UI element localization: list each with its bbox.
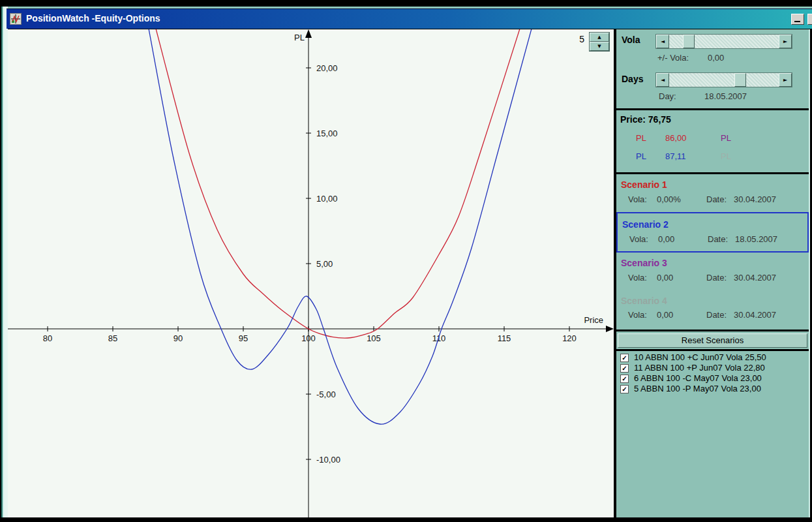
scenario-vola-label: Vola: [628, 194, 647, 204]
scenario-vola-value: 0,00 [657, 273, 673, 283]
divider [616, 108, 809, 110]
x-tick-label: 105 [367, 333, 381, 343]
pl-chart[interactable]: PLPrice8085909510010511011512020,0015,00… [8, 29, 614, 517]
vola-slider-left-arrow-icon[interactable]: ◄ [656, 35, 669, 48]
spinner-up-icon[interactable]: ▲ [590, 33, 609, 42]
pl-row2-right-label: PL [721, 151, 731, 161]
minimize-icon [794, 21, 800, 22]
chart-panel: PLPrice8085909510010511011512020,0015,00… [8, 29, 614, 517]
titlebar[interactable]: PositionWatch -Equity-Options [7, 8, 812, 29]
pl-row2-value: 87,11 [665, 151, 686, 161]
divider [616, 330, 809, 331]
scenario-card-4[interactable]: Scenario 4Vola:0,00Date:30.04.2007 [616, 294, 809, 328]
day-value: 18.05.2007 [704, 91, 747, 101]
position-row: ✓5 ABBN 100 -P May07 Vola 23,00 [616, 384, 809, 394]
vola-slider[interactable]: ◄ ► [655, 34, 792, 49]
vola-slider-right-arrow-icon[interactable]: ► [779, 35, 792, 48]
days-slider-right-arrow-icon[interactable]: ► [779, 73, 792, 87]
spinner-down-icon[interactable]: ▼ [590, 42, 609, 51]
vola-section-label: Vola [622, 35, 640, 45]
x-axis-title: Price [584, 315, 603, 325]
position-row: ✓6 ABBN 100 -C May07 Vola 23,00 [616, 373, 809, 384]
position-label: 11 ABBN 100 +P Jun07 Vola 22,80 [634, 363, 765, 373]
y-tick-label: -5,00 [316, 390, 336, 399]
sidebar: Vola ◄ ► +/- Vola: 0,00 Days ◄ ► Day: 18… [616, 29, 809, 517]
scenario-title: Scenario 2 [622, 219, 669, 230]
y-axis-arrow-icon [305, 29, 312, 38]
scenario-title: Scenario 4 [621, 296, 667, 306]
window-border-right [809, 29, 810, 517]
x-tick-label: 90 [173, 333, 183, 343]
price-readout-label: Price: [620, 114, 646, 125]
y-tick-label: 20,00 [316, 63, 338, 73]
vola-value: 0,00 [708, 53, 724, 63]
chart-scale-value: 5 [571, 34, 584, 44]
scenario-date-label: Date: [708, 234, 728, 244]
position-checkbox[interactable]: ✓ [620, 375, 629, 383]
x-tick-label: 120 [562, 333, 577, 343]
x-tick-label: 85 [108, 333, 117, 343]
scenario-date-value: 30.04.2007 [734, 194, 776, 204]
position-label: 6 ABBN 100 -C May07 Vola 23,00 [634, 373, 762, 383]
scenario-title: Scenario 3 [621, 258, 667, 268]
scenario-date-label: Date: [706, 310, 727, 320]
position-row: ✓10 ABBN 100 +C Jun07 Vola 25,50 [616, 352, 809, 363]
position-checkbox[interactable]: ✓ [620, 385, 629, 393]
day-caption: Day: [659, 91, 676, 101]
scenario-vola-value: 0,00% [657, 194, 681, 204]
y-tick-label: -10,00 [316, 455, 340, 465]
app-icon [10, 13, 22, 25]
divider [616, 349, 809, 351]
y-tick-label: 5,00 [316, 259, 333, 269]
window-border-left [0, 7, 8, 517]
days-slider-thumb[interactable] [734, 73, 746, 87]
scenario-vola-label: Vola: [628, 310, 647, 320]
pl-row1-value: 86,00 [665, 133, 687, 143]
days-section-label: Days [622, 74, 643, 84]
reset-scenarios-button[interactable]: Reset Scenarios [618, 333, 807, 348]
days-slider[interactable]: ◄ ► [655, 72, 792, 87]
scenario-vola-label: Vola: [628, 273, 647, 283]
scenario-date-value: 30.04.2007 [734, 273, 776, 283]
position-label: 10 ABBN 100 +C Jun07 Vola 25,50 [634, 352, 766, 362]
x-axis-arrow-icon [606, 326, 614, 332]
close-button[interactable] [807, 14, 812, 25]
pl-row1-right-label: PL [721, 133, 731, 143]
scenario-title: Scenario 1 [621, 179, 667, 190]
position-label: 5 ABBN 100 -P May07 Vola 23,00 [634, 384, 761, 393]
scenario-card-3[interactable]: Scenario 3Vola:0,00Date:30.04.2007 [616, 256, 809, 290]
x-tick-label: 110 [432, 333, 446, 343]
window-title: PositionWatch -Equity-Options [26, 13, 160, 23]
scenario-vola-value: 0,00 [657, 310, 673, 320]
scenario-card-1[interactable]: Scenario 1Vola:0,00%Date:30.04.2007 [616, 178, 809, 212]
pl-row2-label: PL [636, 151, 646, 161]
scenario-date-label: Date: [706, 194, 727, 204]
y-tick-label: 10,00 [316, 194, 338, 204]
scenario-date-value: 30.04.2007 [734, 310, 776, 320]
position-row: ✓11 ABBN 100 +P Jun07 Vola 22,80 [616, 363, 809, 373]
price-readout-value: 76,75 [648, 114, 671, 125]
pl-row1-label: PL [636, 133, 646, 143]
position-checkbox[interactable]: ✓ [620, 364, 629, 373]
minimize-button[interactable] [791, 14, 804, 25]
divider [616, 172, 809, 174]
x-tick-label: 95 [239, 333, 248, 343]
y-axis-title: PL [294, 33, 305, 42]
scenario-vola-label: Vola: [629, 234, 648, 244]
days-slider-left-arrow-icon[interactable]: ◄ [656, 73, 669, 87]
vola-slider-thumb[interactable] [683, 35, 695, 48]
scenario-date-label: Date: [706, 273, 727, 283]
scenario-card-2[interactable]: Scenario 2Vola:0,00Date:18.05.2007 [616, 212, 809, 253]
x-tick-label: 100 [301, 333, 316, 343]
vola-caption: +/- Vola: [657, 53, 689, 63]
y-tick-label: 15,00 [316, 129, 338, 138]
scenario-vola-value: 0,00 [658, 234, 674, 244]
chart-scale-spinner: ▲ ▼ [589, 32, 610, 52]
x-tick-label: 80 [43, 333, 52, 343]
position-checkbox[interactable]: ✓ [620, 354, 629, 362]
scenario-2-pl-curve [149, 29, 532, 424]
x-tick-label: 115 [498, 333, 511, 343]
scenario-date-value: 18.05.2007 [735, 234, 777, 244]
scenario-1-pl-curve [156, 29, 520, 338]
